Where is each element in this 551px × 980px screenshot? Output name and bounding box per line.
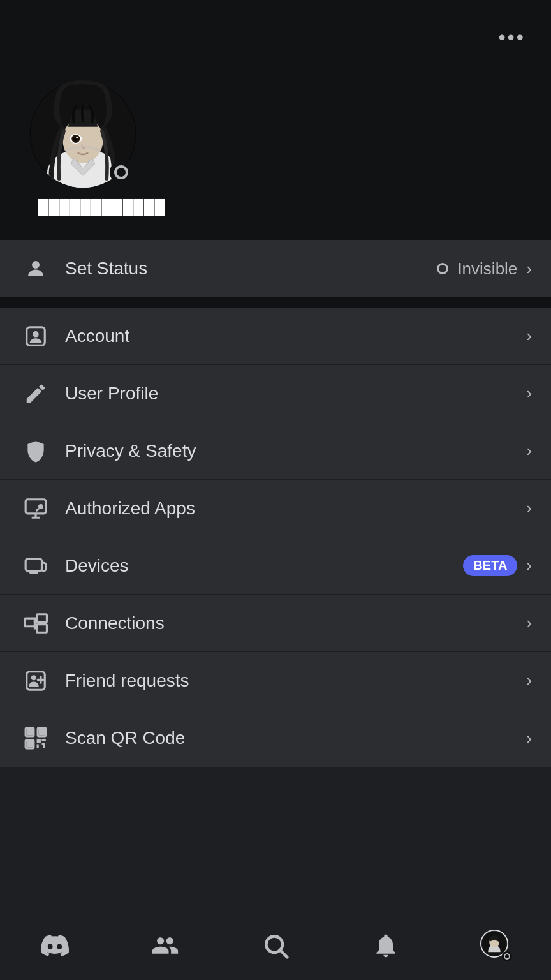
chevron-icon: › xyxy=(526,326,532,346)
svg-rect-25 xyxy=(27,730,31,734)
nav-home[interactable] xyxy=(0,910,110,980)
status-indicator xyxy=(110,161,133,184)
menu-item-account[interactable]: Account › xyxy=(0,308,551,365)
account-label: Account xyxy=(65,326,526,346)
svg-point-13 xyxy=(33,331,39,338)
search-nav-icon xyxy=(261,932,290,960)
chevron-icon: › xyxy=(526,259,532,279)
devices-icon xyxy=(19,549,52,583)
profile-nav-avatar xyxy=(480,930,512,961)
chevron-icon: › xyxy=(526,556,532,575)
menu-item-connections[interactable]: Connections › xyxy=(0,595,551,652)
menu-item-devices[interactable]: Devices BETA › xyxy=(0,537,551,595)
username-text: ████████████ xyxy=(38,199,165,215)
connections-label: Connections xyxy=(65,613,526,634)
nav-friends[interactable] xyxy=(110,910,221,980)
profile-banner: ••• xyxy=(0,0,551,230)
username-tag: ████████████ xyxy=(26,193,178,222)
svg-rect-16 xyxy=(26,558,41,570)
set-status-row[interactable]: Set Status Invisible › xyxy=(0,240,551,297)
svg-rect-18 xyxy=(37,614,47,622)
devices-label: Devices xyxy=(65,556,463,576)
account-icon xyxy=(19,320,52,353)
avatar-wrapper xyxy=(26,77,140,191)
friends-nav-icon xyxy=(151,932,179,960)
menu-item-user-profile[interactable]: User Profile › xyxy=(0,365,551,422)
person-icon xyxy=(19,252,52,285)
svg-rect-26 xyxy=(40,730,43,734)
section-divider-2 xyxy=(0,297,551,308)
svg-rect-27 xyxy=(27,742,31,746)
shield-icon xyxy=(19,434,52,468)
chevron-icon: › xyxy=(526,498,532,518)
beta-badge: BETA xyxy=(463,555,517,576)
chevron-icon: › xyxy=(526,613,532,633)
profile-nav-status xyxy=(502,951,512,961)
svg-point-15 xyxy=(38,503,43,509)
invisible-status-icon xyxy=(437,263,448,274)
friend-requests-label: Friend requests xyxy=(65,671,526,691)
bottom-navigation xyxy=(0,910,551,980)
current-status-label: Invisible xyxy=(457,259,517,279)
menu-item-privacy-safety[interactable]: Privacy & Safety › xyxy=(0,422,551,480)
qr-icon xyxy=(19,722,52,755)
svg-point-10 xyxy=(32,261,40,269)
nav-spacer xyxy=(0,767,551,837)
more-options-button[interactable]: ••• xyxy=(498,26,525,49)
section-divider-1 xyxy=(0,230,551,240)
bell-nav-icon xyxy=(372,932,400,960)
menu-section: Account › User Profile › Privacy & Safet… xyxy=(0,308,551,767)
menu-item-scan-qr[interactable]: Scan QR Code › xyxy=(0,709,551,767)
privacy-safety-label: Privacy & Safety xyxy=(65,441,526,461)
nav-notifications[interactable] xyxy=(330,910,441,980)
menu-item-friend-requests[interactable]: Friend requests › xyxy=(0,652,551,709)
discord-icon xyxy=(41,932,69,960)
nav-search[interactable] xyxy=(221,910,331,980)
chevron-icon: › xyxy=(526,729,532,748)
nav-profile[interactable] xyxy=(441,910,551,980)
svg-rect-19 xyxy=(37,624,47,632)
chevron-icon: › xyxy=(526,383,532,403)
friend-icon xyxy=(19,664,52,697)
menu-item-authorized-apps[interactable]: Authorized Apps › xyxy=(0,480,551,537)
chevron-icon: › xyxy=(526,441,532,461)
status-row-right: Invisible › xyxy=(437,259,532,279)
edit-icon xyxy=(19,377,52,410)
connections-icon xyxy=(19,607,52,640)
svg-point-9 xyxy=(76,137,78,138)
svg-rect-17 xyxy=(25,618,35,627)
apps-icon xyxy=(19,492,52,525)
invisible-status-dot xyxy=(114,165,128,179)
svg-point-21 xyxy=(31,675,36,680)
profile-nav-status-dot xyxy=(504,953,510,960)
set-status-label: Set Status xyxy=(65,258,437,279)
authorized-apps-label: Authorized Apps xyxy=(65,498,526,519)
scan-qr-label: Scan QR Code xyxy=(65,728,526,748)
chevron-icon: › xyxy=(526,671,532,690)
user-profile-label: User Profile xyxy=(65,383,526,404)
